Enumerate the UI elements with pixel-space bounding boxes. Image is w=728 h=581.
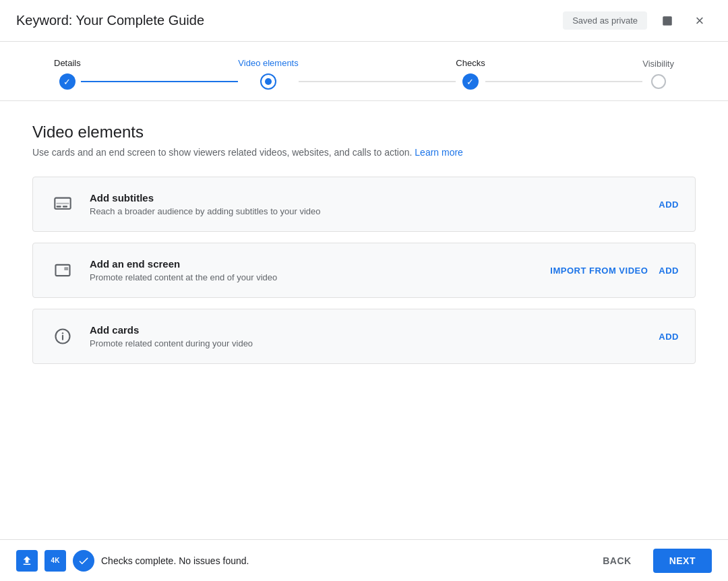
- footer-right: BACK NEXT: [592, 549, 712, 573]
- subtitles-title: Add subtitles: [90, 192, 659, 204]
- cards-desc: Promote related content during your vide…: [90, 338, 659, 348]
- stepper-container: Details ✓ Video elements Checks ✓ Visibi…: [0, 42, 728, 101]
- end-screen-add-button[interactable]: ADD: [659, 266, 679, 276]
- footer: 4K Checks complete. No issues found. BAC…: [0, 539, 728, 581]
- alert-button[interactable]: !: [655, 9, 679, 33]
- step-video-elements[interactable]: Video elements: [238, 58, 298, 90]
- svg-point-9: [62, 332, 63, 334]
- step-checks-circle: ✓: [462, 73, 479, 90]
- section-description: Use cards and an end screen to show view…: [32, 147, 696, 158]
- svg-rect-7: [64, 267, 68, 270]
- svg-rect-3: [57, 206, 61, 207]
- subtitles-add-button[interactable]: ADD: [659, 200, 679, 210]
- alert-icon: !: [661, 15, 673, 27]
- back-button[interactable]: BACK: [592, 550, 642, 572]
- end-screen-actions: IMPORT FROM VIDEO ADD: [550, 266, 679, 276]
- subtitles-icon: [49, 191, 76, 218]
- step-line-3: [485, 81, 643, 82]
- subtitles-card: Add subtitles Reach a broader audience b…: [32, 177, 696, 232]
- end-screen-icon: [49, 257, 76, 284]
- cards-add-button[interactable]: ADD: [659, 332, 679, 342]
- step-visibility-label: Visibility: [642, 59, 674, 69]
- upload-icon: [16, 550, 38, 572]
- cards-title: Add cards: [90, 324, 659, 336]
- stepper: Details ✓ Video elements Checks ✓ Visibi…: [54, 58, 674, 90]
- check-icon: [73, 550, 94, 572]
- end-screen-title: Add an end screen: [90, 258, 550, 270]
- hd-icon: 4K: [44, 550, 66, 572]
- close-button[interactable]: ×: [688, 9, 712, 33]
- footer-status: Checks complete. No issues found.: [101, 555, 249, 566]
- step-video-elements-circle: [260, 73, 276, 90]
- subtitles-desc: Reach a broader audience by adding subti…: [90, 206, 659, 216]
- step-checks[interactable]: Checks ✓: [456, 58, 485, 90]
- step-line-2: [299, 81, 456, 82]
- cards-actions: ADD: [659, 332, 679, 342]
- cards-icon: [49, 323, 76, 350]
- import-from-video-button[interactable]: IMPORT FROM VIDEO: [550, 266, 648, 276]
- step-video-elements-label: Video elements: [238, 58, 298, 68]
- end-screen-card: Add an end screen Promote related conten…: [32, 243, 696, 298]
- end-screen-desc: Promote related content at the end of yo…: [90, 272, 550, 282]
- section-title: Video elements: [32, 123, 696, 142]
- page-title: Keyword: Your Complete Guide: [16, 13, 204, 28]
- svg-rect-5: [57, 203, 69, 204]
- end-screen-card-text: Add an end screen Promote related conten…: [90, 258, 550, 282]
- step-checks-label: Checks: [456, 58, 485, 68]
- subtitles-actions: ADD: [659, 200, 679, 210]
- svg-text:!: !: [667, 18, 669, 24]
- subtitles-card-text: Add subtitles Reach a broader audience b…: [90, 192, 659, 216]
- close-icon: ×: [696, 12, 704, 30]
- step-visibility-circle: [651, 74, 666, 89]
- header-right: Saved as private ! ×: [563, 9, 712, 33]
- learn-more-link[interactable]: Learn more: [415, 147, 463, 158]
- header: Keyword: Your Complete Guide Saved as pr…: [0, 0, 728, 42]
- cards-card: Add cards Promote related content during…: [32, 309, 696, 364]
- step-details[interactable]: Details ✓: [54, 58, 81, 90]
- step-details-circle: ✓: [59, 73, 75, 90]
- main-content: Video elements Use cards and an end scre…: [0, 101, 728, 539]
- step-line-1: [81, 81, 239, 82]
- footer-left: 4K Checks complete. No issues found.: [16, 550, 592, 572]
- cards-card-text: Add cards Promote related content during…: [90, 324, 659, 348]
- step-visibility[interactable]: Visibility: [642, 59, 674, 89]
- next-button[interactable]: NEXT: [653, 549, 712, 573]
- svg-rect-4: [63, 206, 67, 207]
- step-details-label: Details: [54, 58, 81, 68]
- saved-badge: Saved as private: [563, 11, 647, 30]
